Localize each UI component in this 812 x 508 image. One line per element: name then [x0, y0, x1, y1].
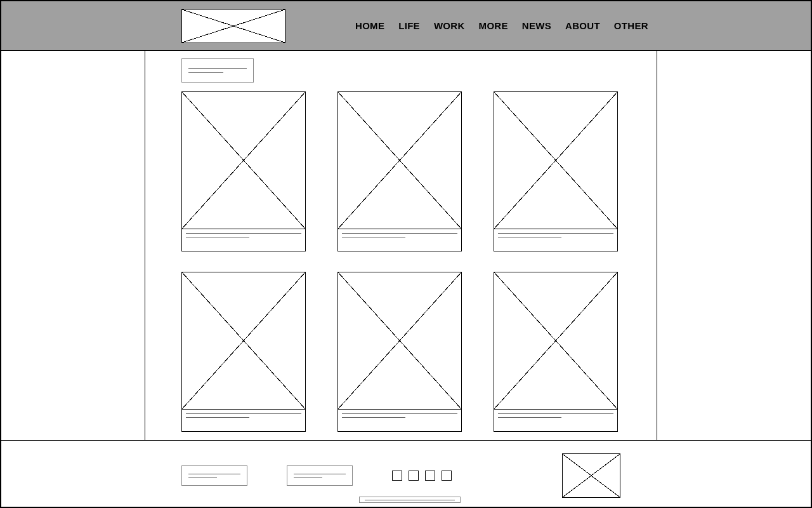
- social-icons: [392, 471, 452, 481]
- card[interactable]: [494, 91, 618, 251]
- social-icon[interactable]: [425, 471, 435, 481]
- card-caption-placeholder: [182, 229, 305, 251]
- nav-life[interactable]: LIFE: [398, 20, 420, 31]
- footer-text-block: [181, 465, 247, 486]
- logo-placeholder[interactable]: [181, 9, 285, 43]
- card[interactable]: [337, 272, 462, 432]
- card[interactable]: [181, 272, 306, 432]
- nav-about[interactable]: ABOUT: [565, 20, 600, 31]
- footer: [1, 440, 811, 507]
- card-image-placeholder: [494, 92, 617, 229]
- footer-logo-placeholder[interactable]: [562, 453, 620, 498]
- main-nav: HOME LIFE WORK MORE NEWS ABOUT OTHER: [355, 20, 648, 31]
- card-caption-placeholder: [494, 410, 617, 431]
- nav-news[interactable]: NEWS: [522, 20, 551, 31]
- nav-work[interactable]: WORK: [434, 20, 465, 31]
- nav-other[interactable]: OTHER: [614, 20, 648, 31]
- social-icon[interactable]: [409, 471, 419, 481]
- card-caption-placeholder: [338, 410, 461, 431]
- footer-text-block: [287, 465, 353, 486]
- section-heading-placeholder: [181, 58, 254, 83]
- social-icon[interactable]: [392, 471, 402, 481]
- card-caption-placeholder: [338, 229, 461, 251]
- nav-more[interactable]: MORE: [479, 20, 508, 31]
- card[interactable]: [337, 91, 462, 251]
- card-grid: [181, 91, 620, 432]
- content-column: [145, 51, 657, 440]
- card[interactable]: [181, 91, 306, 251]
- card-caption-placeholder: [182, 410, 305, 431]
- card-image-placeholder: [338, 272, 461, 410]
- card-image-placeholder: [182, 272, 305, 410]
- card[interactable]: [494, 272, 618, 432]
- card-image-placeholder: [182, 92, 305, 229]
- card-caption-placeholder: [494, 229, 617, 251]
- card-image-placeholder: [338, 92, 461, 229]
- card-image-placeholder: [494, 272, 617, 410]
- nav-home[interactable]: HOME: [355, 20, 384, 31]
- header-bar: HOME LIFE WORK MORE NEWS ABOUT OTHER: [1, 1, 811, 51]
- footer-fineprint-placeholder: [359, 497, 461, 503]
- social-icon[interactable]: [442, 471, 452, 481]
- main-area: [1, 51, 811, 440]
